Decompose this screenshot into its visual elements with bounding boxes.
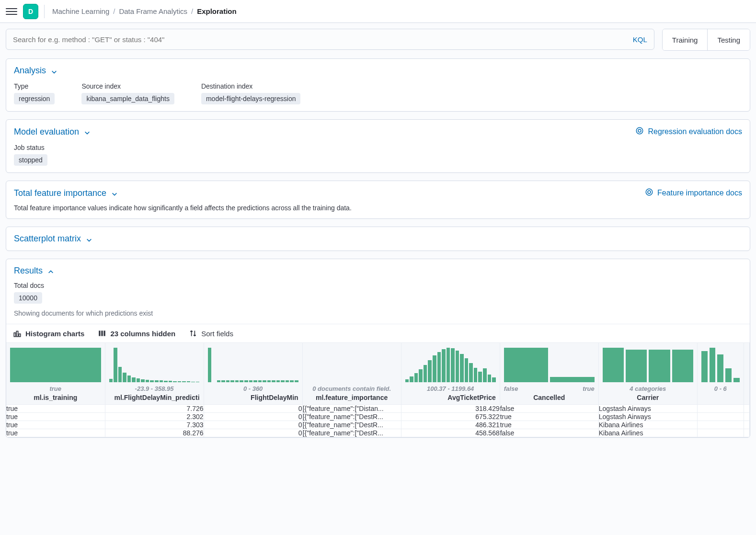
cell: true — [6, 405, 105, 413]
sort-fields-button[interactable]: Sort fields — [189, 329, 233, 338]
feature-importance-docs-link[interactable]: Feature importance docs — [645, 188, 742, 198]
columns-hidden-button[interactable]: 23 columns hidden — [98, 329, 175, 338]
chevron-down-icon — [51, 68, 57, 74]
panel-title-label: Model evaluation — [14, 127, 79, 137]
cell: true — [6, 429, 105, 437]
breadcrumb-item-current: Exploration — [197, 7, 237, 15]
model-eval-accordion[interactable]: Model evaluation — [14, 127, 91, 137]
chevron-down-icon — [84, 128, 91, 135]
link-text: Regression evaluation docs — [648, 127, 742, 136]
cell: true — [500, 421, 598, 429]
scatterplot-accordion[interactable]: Scatterplot matrix — [14, 234, 92, 244]
regression-docs-link[interactable]: Regression evaluation docs — [635, 126, 742, 137]
column-histogram — [603, 346, 693, 382]
column-header[interactable]: 0 documents contain field.ml.feature_imp… — [302, 343, 401, 405]
svg-rect-8 — [102, 330, 103, 336]
column-name: Cancelled — [504, 394, 595, 401]
panel-title-label: Analysis — [14, 66, 46, 76]
kql-toggle[interactable]: KQL — [633, 35, 647, 44]
separator — [44, 5, 45, 18]
table-row[interactable]: true2.3020[{"feature_name":["DestR...675… — [6, 413, 750, 421]
column-range: 4 categories — [603, 385, 693, 393]
cell: 0 — [204, 413, 302, 421]
bar-chart-icon — [13, 329, 22, 338]
cell: 318.429 — [401, 405, 500, 413]
breadcrumb-item[interactable]: Machine Learning — [52, 7, 109, 15]
job-status-label: Job status — [14, 144, 47, 151]
analysis-accordion[interactable]: Analysis — [14, 66, 57, 76]
toolbar-label: 23 columns hidden — [110, 330, 175, 338]
target-icon — [645, 188, 653, 198]
svg-rect-9 — [104, 330, 105, 336]
column-histogram — [109, 346, 200, 382]
panel-title-label: Scatterplot matrix — [14, 234, 81, 244]
feature-importance-desc: Total feature importance values indicate… — [14, 204, 742, 212]
breadcrumb: Machine Learning / Data Frame Analytics … — [52, 7, 237, 15]
cell: Kibana Airlines — [598, 429, 697, 437]
column-range: 0 - 360 — [208, 385, 298, 393]
table-row[interactable]: true7.7260[{"feature_name":["Distan...31… — [6, 405, 750, 413]
target-icon — [635, 126, 644, 137]
link-text: Feature importance docs — [657, 189, 742, 197]
column-histogram — [405, 346, 496, 382]
cell — [697, 413, 744, 421]
feature-importance-accordion[interactable]: Total feature importance — [14, 188, 118, 198]
column-header[interactable]: 4 categoriesCarrier — [598, 343, 697, 405]
table-row[interactable]: true7.3030[{"feature_name":["DestR...486… — [6, 421, 750, 429]
svg-rect-4 — [14, 333, 15, 337]
testing-button[interactable]: Testing — [707, 29, 750, 50]
svg-rect-7 — [99, 330, 101, 336]
chevron-down-icon — [86, 236, 92, 242]
column-header[interactable]: 100.37 - 1199.64AvgTicketPrice — [401, 343, 500, 405]
cell: 458.568 — [401, 429, 500, 437]
source-index-value: kibana_sample_data_flights — [81, 93, 174, 104]
source-index-label: Source index — [81, 82, 174, 90]
chevron-down-icon — [111, 190, 118, 196]
breadcrumb-sep: / — [113, 7, 115, 15]
training-button[interactable]: Training — [663, 29, 708, 50]
search-box[interactable]: KQL — [6, 29, 654, 50]
histogram-charts-toggle[interactable]: Histogram charts — [13, 329, 84, 338]
column-name: ml.FlightDelayMin_predicti — [109, 394, 200, 401]
panel-title-label: Results — [14, 266, 43, 276]
table-row[interactable]: true88.2760[{"feature_name":["DestR...45… — [6, 429, 750, 437]
results-table: trueml.is_training-23.9 - 358.95ml.Fligh… — [6, 343, 750, 437]
column-header[interactable]: trueml.is_training — [6, 343, 105, 405]
columns-icon — [98, 329, 106, 338]
svg-point-1 — [638, 129, 641, 132]
column-histogram — [701, 346, 740, 382]
column-header[interactable]: falsetrueCancelled — [500, 343, 598, 405]
menu-toggle[interactable] — [6, 6, 17, 17]
column-header[interactable]: 0 - 360FlightDelayMin — [204, 343, 302, 405]
results-accordion[interactable]: Results — [14, 266, 54, 276]
type-value: regression — [14, 93, 55, 104]
sort-icon — [189, 329, 197, 338]
column-name: ml.feature_importance — [307, 394, 397, 401]
column-histogram — [307, 346, 397, 382]
column-header[interactable]: 0 - 6 — [697, 343, 744, 405]
cell: [{"feature_name":["DestR... — [302, 429, 401, 437]
cell: 0 — [204, 429, 302, 437]
type-label: Type — [14, 82, 55, 90]
svg-point-3 — [648, 191, 651, 194]
column-histogram — [10, 346, 101, 382]
dest-index-value: model-flight-delays-regression — [201, 93, 301, 104]
cell: [{"feature_name":["DestR... — [302, 421, 401, 429]
column-name: FlightDelayMin — [208, 394, 298, 401]
cell: 7.303 — [105, 421, 204, 429]
svg-rect-5 — [16, 331, 18, 337]
column-histogram — [504, 346, 595, 382]
svg-rect-6 — [19, 334, 20, 337]
panel-title-label: Total feature importance — [14, 188, 106, 198]
cell: false — [500, 429, 598, 437]
dest-index-label: Destination index — [201, 82, 301, 90]
breadcrumb-item[interactable]: Data Frame Analytics — [119, 7, 187, 15]
column-range: falsetrue — [504, 385, 595, 393]
cell: true — [6, 421, 105, 429]
column-name: AvgTicketPrice — [405, 394, 496, 401]
search-input[interactable] — [13, 35, 633, 44]
cell — [697, 429, 744, 437]
cell: 2.302 — [105, 413, 204, 421]
column-header[interactable]: -23.9 - 358.95ml.FlightDelayMin_predicti — [105, 343, 204, 405]
brand-badge[interactable]: D — [23, 4, 38, 19]
